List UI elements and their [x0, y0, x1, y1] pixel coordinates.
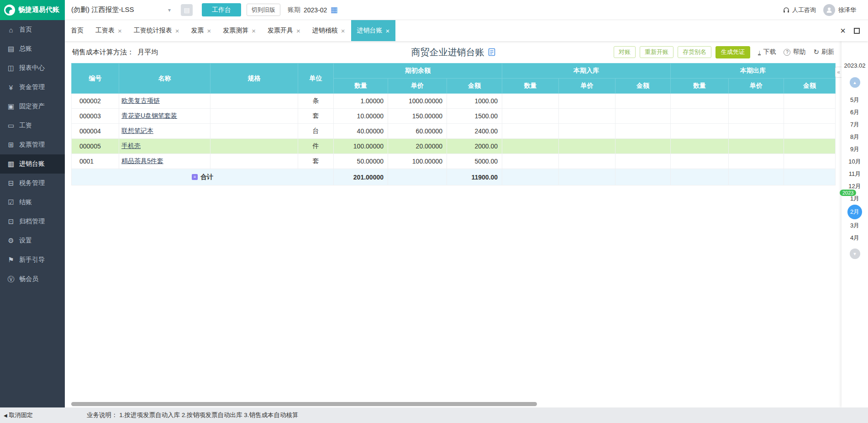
settings-icon: ⚙ — [7, 237, 15, 245]
cell-out-amount — [784, 94, 836, 109]
workbench-button[interactable]: 工作台 — [202, 3, 241, 16]
member-icon: Ⓥ — [7, 275, 15, 284]
sidebar-item-general-ledger[interactable]: ▤ 总账 — [0, 39, 65, 58]
tab-purchase-sales-audit[interactable]: 进销稽核 × — [306, 20, 351, 41]
sum-icon — [192, 174, 198, 180]
unpin-sidebar-button[interactable]: ◀ 取消固定 — [4, 411, 33, 419]
collapse-panel-handle[interactable]: « — [835, 67, 842, 78]
cell-name: 精品茶具5件套 — [119, 154, 210, 169]
sidebar-item-guide[interactable]: ⚑ 新手引导 — [0, 250, 65, 270]
cell-opening-price: 20.00000 — [388, 139, 447, 154]
reconcile-button[interactable]: 对账 — [614, 46, 636, 58]
table-row[interactable]: 0001 精品茶具5件套 套 50.00000 100.00000 5000.0… — [72, 154, 836, 169]
product-link[interactable]: 精品茶具5件套 — [121, 157, 163, 164]
reopen-period-button[interactable]: 重新开账 — [640, 46, 673, 58]
table-row[interactable]: 000003 青花瓷U盘钢笔套装 套 10.00000 150.00000 15… — [72, 109, 836, 124]
scroll-months-down-button[interactable]: ▼ — [850, 249, 860, 259]
tab-close-icon[interactable]: × — [341, 27, 345, 34]
refresh-button[interactable]: ↻ 刷新 — [813, 48, 834, 56]
fullscreen-icon[interactable] — [854, 28, 860, 34]
total-out-amount — [784, 169, 836, 185]
sidebar-item-settings[interactable]: ⚙ 设置 — [0, 231, 65, 250]
sidebar-item-label: 首页 — [19, 26, 32, 34]
tab-close-icon[interactable]: × — [175, 27, 179, 34]
table-row-highlighted[interactable]: 000005 手机壳 件 100.00000 20.00000 2000.00 — [72, 139, 836, 154]
table-row[interactable]: 000002 欧美复古项链 条 1.00000 1000.00000 1000.… — [72, 94, 836, 109]
current-period: 2023.02 — [842, 62, 868, 69]
tab-close-icon[interactable]: × — [386, 27, 390, 34]
logo-text: 畅捷通易代账 — [18, 5, 59, 14]
headset-icon — [783, 6, 790, 14]
page-title-wrap: 商贸企业进销台账 — [411, 46, 495, 58]
quick-doc-button[interactable]: ▤ — [181, 4, 193, 16]
salary-icon: ▭ — [7, 122, 15, 130]
month-item[interactable]: 11月 — [842, 168, 868, 180]
accounting-period: 账期 2023-02 ▦ — [288, 6, 337, 14]
month-item[interactable]: 9月 — [842, 143, 868, 155]
tab-salary-sheet[interactable]: 工资表 × — [89, 20, 128, 41]
cell-opening-price: 100.00000 — [388, 154, 447, 169]
tab-label: 进销稽核 — [312, 26, 338, 35]
cell-opening-qty: 10.00000 — [334, 109, 388, 124]
column-group-period-inbound: 本期入库 — [502, 63, 671, 79]
sidebar-item-invoice[interactable]: ⊞ 发票管理 — [0, 135, 65, 154]
calendar-icon[interactable]: ▦ — [330, 6, 337, 14]
cell-opening-qty: 50.00000 — [334, 154, 388, 169]
logo-icon — [4, 5, 15, 16]
product-link[interactable]: 欧美复古项链 — [121, 97, 160, 104]
month-item[interactable]: 10月 — [842, 155, 868, 168]
cost-method-label: 销售成本计算方法： — [72, 48, 134, 57]
tab-home[interactable]: 首页 — [65, 20, 89, 41]
tab-invoice-calc[interactable]: 发票测算 × — [217, 20, 262, 41]
scroll-months-up-button[interactable]: ▲ — [850, 77, 860, 88]
sidebar-item-archive[interactable]: ⊡ 归档管理 — [0, 212, 65, 231]
cell-in-amount — [615, 124, 671, 139]
product-link[interactable]: 联想笔记本 — [121, 127, 153, 134]
sidebar-item-fixed-assets[interactable]: ▣ 固定资产 — [0, 97, 65, 116]
cell-in-amount — [615, 109, 671, 124]
month-item[interactable]: 8月 — [842, 131, 868, 143]
tab-salary-stats-report[interactable]: 工资统计报表 × — [128, 20, 185, 41]
sidebar-item-tax[interactable]: ⊟ 税务管理 — [0, 174, 65, 193]
purchase-sales-ledger-icon: ▥ — [7, 160, 15, 168]
tab-close-icon[interactable]: × — [118, 27, 122, 34]
document-icon[interactable] — [488, 48, 495, 56]
tab-close-icon[interactable]: × — [296, 27, 300, 34]
month-item[interactable]: 4月 — [842, 232, 868, 244]
tab-close-icon[interactable]: × — [207, 27, 211, 34]
product-link[interactable]: 手机壳 — [121, 142, 141, 149]
cell-in-qty — [502, 109, 559, 124]
help-button[interactable]: ? 帮助 — [784, 48, 805, 56]
support-button[interactable]: 人工咨询 — [783, 6, 816, 14]
month-item-active[interactable]: 2月 — [842, 205, 868, 219]
month-item[interactable]: 7月 — [842, 118, 868, 131]
tab-invoice[interactable]: 发票 × — [185, 20, 217, 41]
tab-close-icon[interactable]: × — [252, 27, 256, 34]
close-tabs-icon[interactable]: × — [840, 26, 846, 35]
switch-old-version-button[interactable]: 切到旧版 — [247, 4, 280, 16]
account-set-selector[interactable]: (勿删) 江西报堂-LSS ▾ — [71, 5, 171, 14]
sidebar-item-closing[interactable]: ☑ 结账 — [0, 193, 65, 212]
sidebar-item-funds[interactable]: ¥ 资金管理 — [0, 78, 65, 97]
horizontal-scrollbar[interactable] — [71, 402, 537, 406]
month-item[interactable]: 3月 — [842, 219, 868, 232]
inventory-alias-button[interactable]: 存货别名 — [678, 46, 711, 58]
tab-purchase-sales-ledger[interactable]: 进销台账 × — [351, 20, 396, 41]
sidebar-item-report-center[interactable]: ◫ 报表中心 — [0, 58, 65, 78]
generate-voucher-button[interactable]: 生成凭证 — [715, 46, 750, 58]
tab-invoice-issue[interactable]: 发票开具 × — [262, 20, 306, 41]
column-subheader-price: 单价 — [559, 79, 615, 94]
sidebar-item-member[interactable]: Ⓥ 畅会员 — [0, 270, 65, 289]
sidebar-item-purchase-sales-ledger[interactable]: ▥ 进销台账 — [0, 154, 65, 174]
month-item[interactable]: 5月 — [842, 94, 868, 106]
product-link[interactable]: 青花瓷U盘钢笔套装 — [121, 112, 177, 119]
sidebar-item-home[interactable]: ⌂ 首页 — [0, 20, 65, 39]
download-button[interactable]: ↓ 下载 — [758, 48, 776, 56]
username[interactable]: 徐泽华 — [838, 6, 856, 14]
avatar[interactable] — [823, 4, 835, 16]
sidebar-item-salary[interactable]: ▭ 工资 — [0, 116, 65, 135]
business-note: 业务说明： 1.按进项发票自动入库 2.按销项发票自动出库 3.销售成本自动核算 — [87, 411, 299, 419]
cell-code: 000005 — [72, 139, 119, 154]
month-item[interactable]: 6月 — [842, 106, 868, 118]
table-row[interactable]: 000004 联想笔记本 台 40.00000 60.00000 2400.00 — [72, 124, 836, 139]
